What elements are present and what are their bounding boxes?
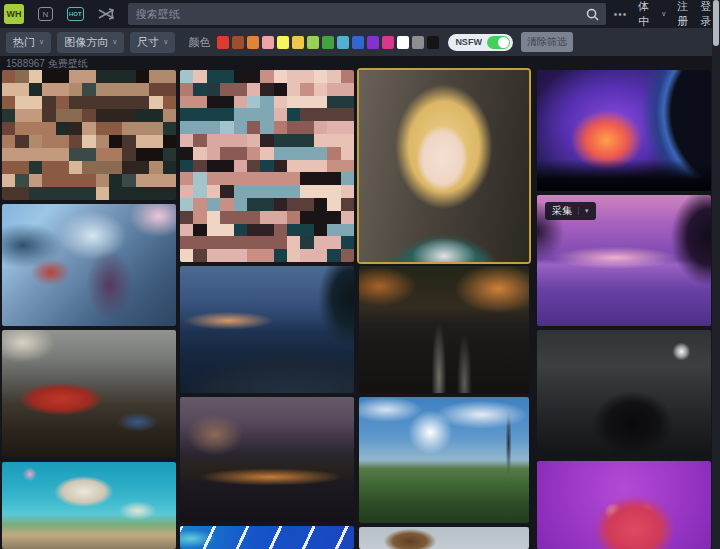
clear-filters-button[interactable]: 清除筛选 (521, 32, 573, 52)
mosaic-cell (314, 96, 327, 109)
mosaic-cell (220, 249, 233, 262)
tile-censored-mosaic-2[interactable] (180, 70, 354, 262)
latest-icon[interactable]: N (38, 7, 53, 21)
mosaic-cell (193, 108, 206, 121)
tile-city-skyline-dusk[interactable] (180, 397, 354, 522)
color-swatch[interactable] (277, 36, 289, 49)
tile-space-nebula[interactable] (537, 70, 711, 191)
toggle-switch[interactable] (487, 36, 510, 49)
mosaic-cell (193, 236, 206, 249)
mosaic-cell (341, 211, 354, 224)
scrollbar-thumb[interactable] (713, 0, 719, 46)
mosaic-cell (96, 161, 109, 174)
tile-pink-anime-girl[interactable] (537, 461, 711, 549)
mosaic-cell (247, 147, 260, 160)
color-swatch[interactable] (292, 36, 304, 49)
mosaic-cell (69, 135, 82, 148)
filter-bar: 热门 ∨ 图像方向 ∨ 尺寸 ∨ 颜色 NSFW 清除筛选 (0, 28, 712, 56)
mosaic-cell (82, 187, 95, 200)
mosaic-cell (96, 96, 109, 109)
color-swatch[interactable] (307, 36, 319, 49)
tile-boat-on-water[interactable] (359, 527, 529, 549)
mosaic-cell (247, 134, 260, 147)
mosaic-cell (2, 187, 15, 200)
mosaic-cell (136, 83, 149, 96)
mosaic-cell (42, 135, 55, 148)
mosaic-cell (56, 161, 69, 174)
color-swatch[interactable] (247, 36, 259, 49)
collect-button[interactable]: 采集▾ (545, 202, 596, 220)
color-swatch[interactable] (352, 36, 364, 49)
mosaic-cell (2, 122, 15, 135)
mosaic-cell (341, 83, 354, 96)
tile-autumn-railway[interactable] (359, 266, 529, 393)
color-swatch[interactable] (367, 36, 379, 49)
mosaic-cell (300, 134, 313, 147)
mosaic-cell (247, 83, 260, 96)
wallhaven-page: WH N HOT ••• 简体中文 ∨ 注册 登录 热门 (0, 0, 720, 549)
filter-dropdown-size[interactable]: 尺寸 ∨ (130, 32, 175, 53)
color-swatch[interactable] (397, 36, 409, 49)
mosaic-cell (220, 147, 233, 160)
mosaic-cell (220, 160, 233, 173)
mosaic-cell (122, 122, 135, 135)
color-swatch[interactable] (322, 36, 334, 49)
mosaic-cell (82, 161, 95, 174)
color-swatch[interactable] (427, 36, 439, 49)
search-icon[interactable] (586, 8, 599, 21)
mosaic-cell (109, 83, 122, 96)
mosaic-cell (234, 70, 247, 83)
mosaic-cell (180, 185, 193, 198)
mosaic-cell (207, 70, 220, 83)
mosaic-cell (300, 172, 313, 185)
mosaic-cell (180, 96, 193, 109)
tile-red-car-offroad[interactable] (2, 330, 176, 458)
filter-dropdown-orientation[interactable]: 图像方向 ∨ (57, 32, 124, 53)
color-swatch[interactable] (382, 36, 394, 49)
tile-blue-fish-school[interactable] (180, 526, 354, 549)
mosaic-cell (109, 122, 122, 135)
mosaic-cell (149, 83, 162, 96)
color-swatch[interactable] (337, 36, 349, 49)
register-link[interactable]: 注册 (677, 0, 689, 29)
mosaic-cell (207, 211, 220, 224)
nsfw-toggle[interactable]: NSFW (448, 34, 513, 51)
tile-winter-anime-town[interactable] (2, 204, 176, 326)
mosaic-cell (260, 70, 273, 83)
mosaic-cell (56, 109, 69, 122)
color-swatch[interactable] (262, 36, 274, 49)
wallhaven-logo[interactable]: WH (4, 4, 24, 24)
mosaic-cell (149, 96, 162, 109)
mosaic-cell (207, 96, 220, 109)
login-link[interactable]: 登录 (700, 0, 712, 29)
tile-underwater-reef[interactable] (2, 462, 176, 549)
mosaic-cell (149, 174, 162, 187)
color-swatch[interactable] (232, 36, 244, 49)
hot-icon[interactable]: HOT (67, 7, 84, 21)
more-menu-icon[interactable]: ••• (614, 9, 628, 20)
mosaic-cell (149, 122, 162, 135)
scrollbar[interactable] (712, 0, 720, 549)
tile-purple-sunset-lake[interactable]: 采集▾ (537, 195, 711, 326)
color-swatch[interactable] (217, 36, 229, 49)
mosaic-cell (96, 70, 109, 83)
mosaic-cell (109, 161, 122, 174)
color-swatch[interactable] (412, 36, 424, 49)
random-shuffle-icon[interactable] (98, 8, 114, 20)
mosaic-cell (274, 198, 287, 211)
mosaic-cell (300, 249, 313, 262)
mosaic-cell (82, 148, 95, 161)
search-input[interactable] (128, 8, 586, 20)
mosaic-cell (193, 70, 206, 83)
tile-wetland-blue-sky[interactable] (359, 397, 529, 523)
tile-anime-blonde-portrait[interactable] (359, 70, 529, 262)
tile-censored-mosaic-1[interactable] (2, 70, 176, 200)
mosaic-cell (163, 135, 176, 148)
mosaic-cell (274, 96, 287, 109)
mosaic-cell (109, 187, 122, 200)
mosaic-cell (207, 160, 220, 173)
filter-dropdown-popular[interactable]: 热门 ∨ (6, 32, 51, 53)
tile-dark-figure-moonlight[interactable] (537, 330, 711, 457)
mosaic-cell (327, 147, 340, 160)
tile-lake-shore-dusk[interactable] (180, 266, 354, 393)
